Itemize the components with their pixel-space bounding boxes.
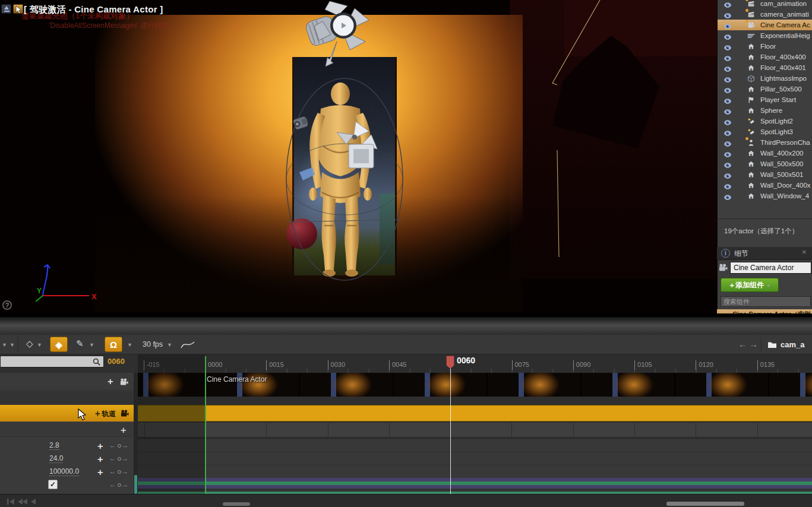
key-prev-icon: ←: [109, 481, 117, 488]
checkbox-row: ✓←→: [0, 479, 138, 492]
possess-button[interactable]: [13, 4, 23, 14]
add-icon[interactable]: ＋: [119, 426, 128, 434]
scrollbar-thumb[interactable]: [134, 475, 137, 494]
actor-label: Wall_Door_400x: [760, 180, 811, 191]
cursor-icon: [15, 5, 24, 14]
add-track-button[interactable]: 轨道: [102, 409, 116, 419]
outliner-row[interactable]: SpotLight2: [718, 116, 812, 126]
breadcrumb[interactable]: cam_a: [781, 340, 804, 349]
autokey-button[interactable]: ◈: [50, 337, 68, 352]
chevron-down-icon: ▼: [766, 283, 771, 289]
house-icon: [747, 160, 756, 168]
outliner-row[interactable]: Wall_400x200: [718, 148, 812, 159]
actor-label: SpotLight2: [760, 116, 793, 126]
ruler-tick: 0075: [512, 360, 529, 370]
edit-pencil-icon[interactable]: ✎: [76, 338, 84, 349]
transport-icons[interactable]: [7, 498, 43, 505]
outliner-row[interactable]: Wall_500x501: [718, 169, 812, 180]
scrollbar-thumb[interactable]: [223, 502, 250, 506]
spotlight-icon: [747, 128, 756, 136]
camera-icon: [747, 21, 756, 29]
value-field[interactable]: 2.8: [49, 441, 59, 450]
partial-dropdown-icon[interactable]: ▼: [2, 342, 7, 348]
ruler-tick: 0000: [205, 360, 222, 370]
component-search-input[interactable]: [721, 296, 811, 307]
key-nav[interactable]: ←→: [109, 442, 129, 449]
close-icon[interactable]: ×: [802, 248, 807, 256]
camera-track-header[interactable]: ＋: [0, 373, 138, 391]
add-icon: ＋: [93, 408, 102, 419]
key-nav[interactable]: ←→: [109, 455, 129, 462]
house-icon: [747, 192, 756, 200]
outliner-row[interactable]: Wall_Window_4: [718, 191, 812, 201]
light-cone-wireframe: [0, 0, 717, 313]
transform-section-row[interactable]: [138, 423, 812, 438]
tab-details[interactable]: 细节: [734, 249, 748, 259]
add-track-row[interactable]: ＋ 轨道: [0, 405, 138, 422]
selected-track-bar[interactable]: [138, 405, 812, 422]
add-icon[interactable]: ＋: [106, 377, 115, 385]
volume-icon: [747, 74, 756, 83]
house-icon: [747, 53, 756, 61]
fps-dropdown[interactable]: 30 fps: [143, 340, 163, 348]
value-field[interactable]: 100000.0: [49, 467, 79, 476]
actor-label: Pillar_50x500: [760, 84, 802, 94]
outliner-row[interactable]: Floor_400x401: [718, 62, 812, 73]
outliner-row[interactable]: Player Start: [718, 94, 812, 105]
visibility-eye-icon[interactable]: [723, 192, 732, 203]
add-key-icon[interactable]: ＋: [96, 468, 105, 476]
chevron-down-icon[interactable]: ▼: [167, 342, 172, 348]
outliner-row[interactable]: Wall_Door_400x: [718, 180, 812, 191]
outliner-row[interactable]: Pillar_50x500: [718, 84, 812, 94]
add-component-button[interactable]: ＋添加组件 ▼: [721, 278, 779, 292]
nav-forward-button[interactable]: →: [749, 339, 758, 349]
add-key-icon[interactable]: ＋: [96, 455, 105, 463]
track-search-input[interactable]: [0, 356, 104, 367]
nav-back-button[interactable]: ←: [738, 339, 747, 349]
curve-editor-icon[interactable]: [181, 340, 195, 349]
outliner-row[interactable]: Sphere: [718, 105, 812, 116]
actor-label: Player Start: [760, 94, 796, 105]
add-key-icon[interactable]: ＋: [96, 442, 105, 450]
axis-x-label: X: [91, 292, 97, 301]
mouse-cursor: [78, 408, 87, 422]
house-icon: [747, 170, 756, 179]
search-icon: [92, 357, 101, 366]
keyframe-icon[interactable]: ◇: [26, 338, 33, 349]
ruler-tick: 0135: [757, 360, 775, 370]
viewport[interactable]: X Y ? 需要重建光照（1个未构建对象） 'DisableAllScreenM…: [0, 0, 717, 313]
outliner-row[interactable]: Cine Camera Ac: [718, 20, 812, 30]
outliner-row[interactable]: Wall_500x500: [718, 159, 812, 169]
scrollbar-thumb[interactable]: [666, 502, 744, 506]
ruler-tick: 0015: [266, 360, 283, 370]
house-icon: [747, 181, 756, 189]
actor-name-input[interactable]: [730, 262, 811, 274]
outliner-row[interactable]: LightmassImpo: [718, 73, 812, 84]
key-nav[interactable]: ←→: [109, 481, 129, 488]
outliner-list: cam_animationcamera_animatiCine Camera A…: [718, 0, 812, 201]
outliner-row[interactable]: ExponentialHeig: [718, 30, 812, 41]
outliner-row[interactable]: Floor: [718, 41, 812, 52]
checkbox[interactable]: ✓: [48, 480, 58, 489]
snap-button[interactable]: Ω: [105, 337, 122, 352]
outliner-row[interactable]: camera_animati: [718, 9, 812, 20]
camera-icon[interactable]: [119, 409, 129, 418]
scrollbar[interactable]: [134, 373, 138, 494]
value-row: 100000.0＋←→: [0, 465, 138, 479]
outliner-row[interactable]: cam_animation: [718, 0, 812, 9]
actor-label: ThirdPersonCha: [760, 137, 810, 148]
chevron-down-icon[interactable]: ▼: [127, 342, 132, 348]
value-field[interactable]: 24.0: [49, 454, 63, 463]
outliner-row[interactable]: Floor_400x400: [718, 52, 812, 62]
camera-icon[interactable]: [119, 378, 129, 386]
eject-button[interactable]: [1, 4, 11, 14]
add-property-row[interactable]: ＋: [0, 423, 138, 437]
chevron-down-icon[interactable]: ▼: [37, 342, 42, 348]
help-icon[interactable]: ?: [2, 300, 12, 310]
frame-input[interactable]: 0060: [108, 357, 125, 366]
outliner-row[interactable]: SpotLight3: [718, 126, 812, 137]
folder-icon: [767, 340, 777, 350]
chevron-down-icon[interactable]: ▼: [89, 342, 94, 348]
outliner-row[interactable]: ThirdPersonCha: [718, 137, 812, 148]
key-nav[interactable]: ←→: [109, 468, 129, 475]
